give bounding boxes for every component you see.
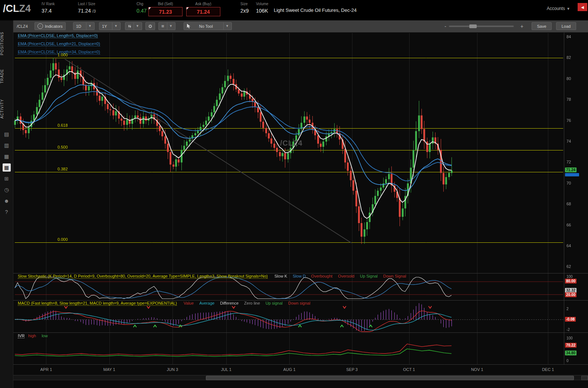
grid-apps-icon[interactable]: ⊞: [0, 173, 13, 184]
indicators-button[interactable]: ∴ Indicators: [35, 22, 66, 30]
app-root: /CLZ4 IV Rank 37.4 Last / Size 71.24 /3 …: [0, 0, 588, 388]
size-field: Size 2x9: [240, 2, 249, 14]
chart-hscrollbar-thumb[interactable]: [206, 376, 574, 380]
history-clock-icon-glyph: ◷: [4, 187, 9, 193]
legend-difference: Difference: [220, 301, 239, 305]
ema-21-label[interactable]: EMA (Price=CLOSE, Length=21, Displace=0): [18, 42, 100, 46]
legend-up-signal: Up signal: [266, 301, 283, 305]
chart-hscrollbar[interactable]: [13, 375, 588, 380]
legend-zero-line: Zero line: [244, 301, 260, 305]
legend-down-signal: Down signal: [288, 301, 311, 305]
macd-axis-bottom: -2: [566, 328, 570, 332]
ivr-title[interactable]: IVR: [18, 334, 24, 338]
collapse-panel-button[interactable]: ◀: [578, 3, 587, 11]
save-label: Save: [537, 24, 546, 29]
price-axis-tick: 72: [566, 160, 571, 164]
load-button[interactable]: Load: [556, 22, 576, 30]
zoom-out-button[interactable]: -: [444, 20, 446, 32]
time-axis-label: MAY 1: [104, 367, 115, 372]
community-icon-glyph: ☻: [4, 198, 9, 204]
top-header: /CLZ4 IV Rank 37.4 Last / Size 71.24 /3 …: [0, 0, 588, 20]
last-size-suffix: /3: [92, 9, 96, 13]
sidebar-tab-positions[interactable]: POSITIONS: [0, 27, 13, 60]
active-tool-label: No Tool: [199, 24, 213, 29]
time-axis-label: JUN 3: [167, 367, 178, 372]
chart-icon-glyph: ▦: [3, 163, 11, 172]
iv-rank-field: IV Rank 37.4: [42, 2, 55, 14]
community-icon[interactable]: ☻: [0, 195, 13, 206]
drawing-tools-icon: ≡: [161, 23, 164, 29]
calendar-icon[interactable]: ▦: [0, 151, 13, 162]
range-dropdown[interactable]: 1Y ▼: [99, 22, 121, 30]
ask-field: Ask (Buy) 71.24: [186, 2, 220, 16]
ema-5-label[interactable]: EMA (Price=CLOSE, Length=5, Displace=0): [18, 33, 98, 38]
aggregation-dropdown[interactable]: 1D ▼: [73, 22, 95, 30]
size-value: 2x9: [240, 8, 249, 14]
price-axis-tick: 66: [566, 223, 571, 227]
load-label: Load: [562, 24, 571, 29]
aggregation-value: 1D: [76, 24, 81, 29]
ivr-low-label: low: [42, 334, 48, 338]
chart-canvas[interactable]: [13, 32, 588, 366]
monitor-icon[interactable]: ▤: [0, 129, 13, 140]
watchlist-icon[interactable]: ▥: [0, 140, 13, 151]
ivr-panel-header: IVR high low: [18, 334, 53, 338]
range-value: 1Y: [102, 24, 107, 29]
last-size-field: Last / Size 71.24 /3: [78, 2, 96, 14]
chart-area: EMA (Price=CLOSE, Length=5, Displace=0) …: [13, 32, 588, 388]
fib-level-label: 1.000: [58, 53, 68, 57]
price-axis-tick: 84: [566, 34, 571, 39]
stoch-overbought-badge: 80.00: [565, 279, 576, 283]
help-icon[interactable]: ?: [0, 206, 13, 218]
ask-button[interactable]: 71.24: [186, 7, 220, 16]
price-axis-tick: 68: [566, 202, 571, 206]
help-icon-glyph: ?: [5, 209, 8, 215]
monitor-icon-glyph: ▤: [4, 131, 9, 137]
time-axis-label: AUG 1: [283, 367, 295, 372]
chart-settings-button[interactable]: [145, 22, 155, 30]
sidebar-tab-trade[interactable]: TRADE: [0, 66, 13, 87]
ivr-high-badge: 70.22: [565, 343, 576, 348]
accounts-dropdown[interactable]: Accounts▼: [547, 6, 570, 11]
symbol-title: /CLZ4: [3, 3, 31, 14]
zoom-slider[interactable]: [449, 26, 514, 27]
stoch-oversold-badge: 20.00: [565, 292, 576, 297]
sidebar-tab-activity[interactable]: ACTIVITY: [0, 95, 13, 122]
active-tool-dropdown[interactable]: No Tool ▼: [184, 22, 232, 30]
macd-axis-top: 2: [566, 307, 569, 311]
stoch-value-badge: 32.32: [565, 288, 576, 293]
chg-field: Chg 0.47: [137, 2, 147, 14]
drawing-tools-dropdown[interactable]: ≡ ▼: [158, 22, 175, 30]
save-button[interactable]: Save: [532, 22, 552, 30]
chg-value: 0.47: [137, 8, 147, 14]
accounts-label: Accounts: [547, 6, 565, 11]
legend-average: Average: [199, 301, 214, 305]
macd-panel-header: MACD (Fast length=8, Slow length=21, MAC…: [18, 301, 316, 306]
legend-slow-k: Slow K: [275, 274, 287, 278]
chevron-down-icon: ▼: [223, 23, 229, 30]
stoch-legend: Slow KSlow DOverboughtOversoldUp SignalD…: [275, 274, 412, 278]
chevron-down-icon: ▼: [86, 23, 92, 30]
ask-label: Ask (Buy): [186, 2, 220, 6]
chart-type-dropdown[interactable]: ▼: [125, 22, 142, 30]
price-axis-tick: 62: [566, 264, 571, 269]
chevron-down-icon: ▼: [167, 23, 173, 30]
price-axis-tick: 74: [566, 139, 571, 143]
legend-down-signal: Down Signal: [383, 274, 406, 278]
macd-legend: ValueAverageDifferenceZero lineUp signal…: [184, 301, 316, 305]
price-axis-tick: 82: [566, 55, 571, 60]
fib-level-label: 0.618: [58, 123, 68, 127]
legend-value: Value: [184, 301, 194, 305]
bid-button[interactable]: 71.23: [148, 7, 183, 16]
stoch-title[interactable]: Slow Stochastic (K Period=14, D Period=9…: [18, 274, 268, 279]
iv-rank-label: IV Rank: [42, 2, 55, 6]
zoom-slider-thumb[interactable]: [469, 24, 477, 28]
zoom-in-button[interactable]: +: [520, 20, 523, 32]
gear-icon: [148, 24, 152, 29]
history-clock-icon[interactable]: ◷: [0, 184, 13, 195]
macd-title[interactable]: MACD (Fast length=8, Slow length=21, MAC…: [18, 301, 177, 306]
chart-icon[interactable]: ▦: [0, 162, 13, 173]
scrollbar-end-button[interactable]: [581, 376, 588, 380]
last-size-value: 71.24 /3: [78, 8, 96, 14]
volume-field: Volume 106K: [256, 2, 268, 14]
